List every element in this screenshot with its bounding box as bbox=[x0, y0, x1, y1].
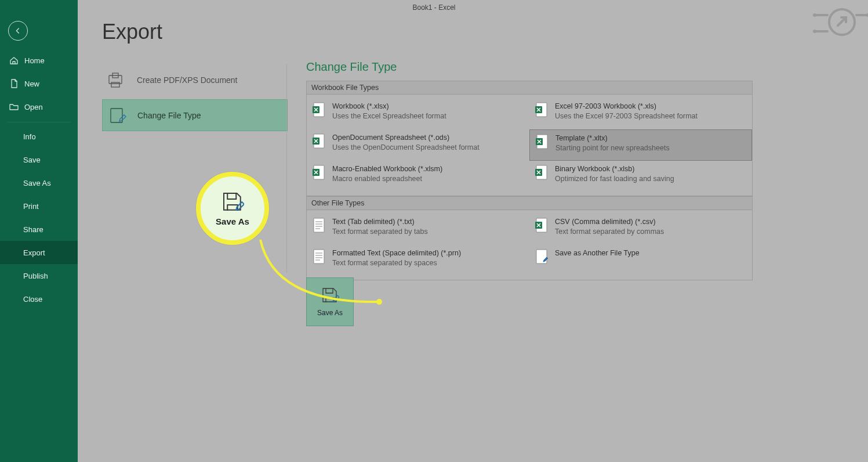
sidebar-item-publish[interactable]: Publish bbox=[0, 264, 78, 287]
svg-rect-3 bbox=[111, 109, 122, 122]
export-option-label: Create PDF/XPS Document bbox=[137, 75, 238, 85]
file-type-option[interactable]: Template (*.xltx)Starting point for new … bbox=[529, 129, 752, 161]
svg-rect-19 bbox=[314, 250, 324, 264]
file-type-option[interactable]: Macro-Enabled Workbook (*.xlsm)Macro ena… bbox=[307, 161, 529, 192]
file-type-desc: Uses the Excel 97-2003 Spreadsheet forma… bbox=[555, 112, 698, 120]
file-type-option[interactable]: Excel 97-2003 Workbook (*.xls)Uses the E… bbox=[529, 98, 752, 129]
file-edit-icon bbox=[108, 107, 127, 124]
save-as-icon bbox=[221, 191, 244, 213]
sidebar-item-new[interactable]: New bbox=[0, 72, 78, 95]
file-type-icon bbox=[311, 217, 326, 233]
sidebar-item-label: Info bbox=[23, 132, 36, 141]
file-type-title: Excel 97-2003 Workbook (*.xls) bbox=[555, 102, 698, 111]
workbook-file-types-grid: Workbook (*.xlsx)Uses the Excel Spreadsh… bbox=[306, 95, 753, 196]
file-type-option[interactable]: Text (Tab delimited) (*.txt)Text format … bbox=[307, 214, 529, 245]
sidebar-item-label: Print bbox=[23, 202, 39, 211]
back-arrow-icon bbox=[13, 26, 23, 35]
file-type-icon bbox=[311, 102, 326, 118]
file-type-title: OpenDocument Spreadsheet (*.ods) bbox=[332, 133, 480, 143]
sidebar-item-label: Open bbox=[24, 103, 43, 111]
file-type-title: Binary Workbook (*.xlsb) bbox=[555, 164, 674, 174]
file-type-option[interactable]: Binary Workbook (*.xlsb)Optimized for fa… bbox=[529, 161, 752, 192]
sidebar-item-label: Close bbox=[23, 295, 42, 304]
file-type-desc: Optimized for fast loading and saving bbox=[555, 175, 674, 183]
sidebar-item-label: Share bbox=[23, 225, 43, 234]
file-type-option[interactable]: Save as Another File Type bbox=[529, 245, 752, 276]
svg-rect-2 bbox=[111, 82, 119, 87]
sidebar-item-home[interactable]: Home bbox=[0, 49, 78, 72]
file-type-icon bbox=[311, 248, 326, 265]
file-type-title: Macro-Enabled Workbook (*.xlsm) bbox=[332, 164, 442, 174]
sidebar-item-share[interactable]: Share bbox=[0, 218, 78, 241]
svg-point-21 bbox=[376, 299, 382, 305]
content-area: Export Create PDF/XPS DocumentChange Fil… bbox=[78, 0, 868, 462]
sidebar-divider bbox=[7, 122, 71, 122]
file-type-icon bbox=[534, 164, 549, 181]
file-type-icon bbox=[534, 217, 549, 233]
annotation-label: Save As bbox=[216, 216, 249, 226]
file-type-desc: Macro enabled spreadsheet bbox=[332, 175, 422, 183]
annotation-highlight: Save As bbox=[196, 172, 269, 245]
document-icon bbox=[9, 79, 19, 88]
page-title: Export bbox=[102, 20, 162, 44]
home-icon bbox=[9, 56, 19, 65]
section-title: Change File Type bbox=[306, 60, 753, 74]
file-type-option[interactable]: Formatted Text (Space delimited) (*.prn)… bbox=[307, 245, 529, 276]
sidebar-item-info[interactable]: Info bbox=[0, 125, 78, 148]
sidebar-item-print[interactable]: Print bbox=[0, 194, 78, 218]
other-file-types-grid: Text (Tab delimited) (*.txt)Text format … bbox=[306, 210, 753, 280]
file-type-title: Template (*.xltx) bbox=[555, 133, 670, 143]
group-header-other: Other File Types bbox=[306, 196, 753, 210]
file-type-title: Workbook (*.xlsx) bbox=[332, 102, 446, 111]
svg-rect-16 bbox=[314, 218, 324, 232]
file-type-desc: Text format separated by tabs bbox=[332, 228, 428, 236]
save-as-icon bbox=[321, 287, 339, 304]
sidebar-item-label: New bbox=[24, 80, 39, 88]
sidebar-item-label: Save As bbox=[23, 179, 51, 187]
sidebar-item-save[interactable]: Save bbox=[0, 148, 78, 171]
sidebar-item-label: Home bbox=[24, 56, 45, 65]
file-type-title: CSV (Comma delimited) (*.csv) bbox=[555, 217, 664, 227]
file-type-desc: Text format separated by commas bbox=[555, 228, 664, 236]
backstage-sidebar: HomeNewOpen InfoSaveSave AsPrintShareExp… bbox=[0, 0, 78, 462]
sidebar-item-open[interactable]: Open bbox=[0, 95, 78, 118]
file-type-icon bbox=[311, 164, 326, 181]
file-type-option[interactable]: CSV (Comma delimited) (*.csv)Text format… bbox=[529, 214, 752, 245]
sidebar-item-label: Save bbox=[23, 156, 41, 164]
sidebar-item-save-as[interactable]: Save As bbox=[0, 171, 78, 194]
file-type-option[interactable]: OpenDocument Spreadsheet (*.ods)Uses the… bbox=[307, 129, 529, 161]
sidebar-item-close[interactable]: Close bbox=[0, 287, 78, 311]
file-type-title: Text (Tab delimited) (*.txt) bbox=[332, 217, 428, 227]
file-type-desc: Text format separated by spaces bbox=[332, 259, 437, 267]
vertical-divider bbox=[286, 64, 287, 273]
file-type-icon bbox=[534, 102, 549, 118]
file-type-title: Save as Another File Type bbox=[555, 248, 640, 258]
file-type-title: Formatted Text (Space delimited) (*.prn) bbox=[332, 248, 461, 258]
export-option-change-file-type[interactable]: Change File Type bbox=[102, 99, 288, 131]
sidebar-item-label: Publish bbox=[23, 272, 48, 280]
file-type-desc: Uses the Excel Spreadsheet format bbox=[332, 112, 446, 120]
sidebar-item-label: Export bbox=[23, 248, 45, 257]
file-type-desc: Starting point for new spreadsheets bbox=[555, 144, 670, 152]
save-as-button-label: Save As bbox=[317, 309, 343, 317]
file-type-icon bbox=[535, 133, 550, 150]
printer-icon bbox=[108, 72, 126, 88]
group-header-workbook: Workbook File Types bbox=[306, 81, 753, 95]
file-type-icon bbox=[534, 248, 549, 265]
back-button[interactable] bbox=[8, 21, 28, 41]
file-type-option[interactable]: Workbook (*.xlsx)Uses the Excel Spreadsh… bbox=[307, 98, 529, 129]
file-type-desc: Uses the OpenDocument Spreadsheet format bbox=[332, 143, 480, 151]
export-option-pdf-xps[interactable]: Create PDF/XPS Document bbox=[102, 64, 288, 96]
save-as-button[interactable]: Save As bbox=[306, 277, 354, 326]
sidebar-item-export[interactable]: Export bbox=[0, 241, 78, 264]
export-option-label: Change File Type bbox=[137, 111, 201, 120]
file-type-icon bbox=[311, 133, 326, 149]
folder-icon bbox=[9, 102, 19, 111]
change-file-type-panel: Change File Type Workbook File Types Wor… bbox=[306, 60, 753, 280]
export-options-list: Create PDF/XPS DocumentChange File Type bbox=[102, 64, 288, 135]
